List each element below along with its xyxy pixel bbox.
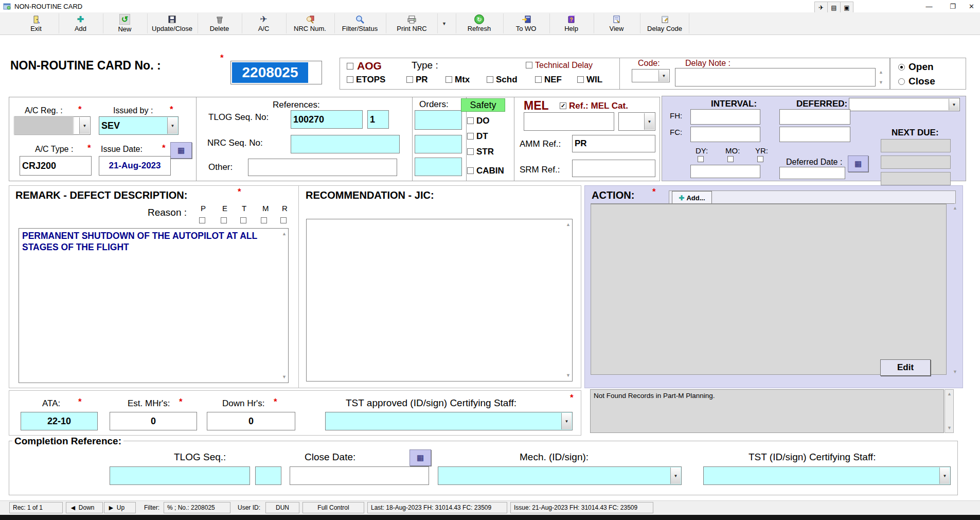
- pr-checkbox[interactable]: [406, 76, 413, 83]
- orders-field-3[interactable]: [415, 158, 462, 176]
- interval-dmy-field[interactable]: [690, 165, 760, 178]
- minimize-button[interactable]: —: [919, 0, 939, 12]
- deferred-date-calendar-button[interactable]: ▦: [848, 155, 868, 172]
- mel-ref-field[interactable]: [524, 112, 614, 131]
- mel-cat-select[interactable]: ▼: [618, 112, 655, 131]
- chevron-down-icon[interactable]: ▼: [658, 70, 669, 81]
- interval-fc-field[interactable]: [690, 127, 760, 142]
- deferred-fc-field[interactable]: [779, 127, 850, 142]
- action-edit-button[interactable]: Edit: [880, 359, 931, 376]
- aircraft-tool-icon[interactable]: ✈: [814, 2, 828, 13]
- scroll-up-icon[interactable]: ▲: [282, 232, 287, 236]
- amm-ref-field[interactable]: PR: [572, 135, 655, 152]
- maximize-button[interactable]: ❐: [942, 0, 963, 12]
- recommendation-textarea[interactable]: ▲ ▼: [306, 219, 573, 382]
- safety-str-checkbox[interactable]: [467, 148, 474, 155]
- technical-delay-checkbox[interactable]: [526, 62, 532, 68]
- ata-field[interactable]: 22-10: [21, 412, 98, 430]
- nef-checkbox[interactable]: [535, 76, 542, 83]
- completion-tlog-field[interactable]: [110, 466, 250, 485]
- help-button[interactable]: ? Help: [549, 13, 593, 33]
- close-date-calendar-button[interactable]: ▦: [409, 449, 431, 466]
- safety-dt-checkbox[interactable]: [467, 133, 474, 140]
- chevron-down-icon[interactable]: ▼: [167, 117, 177, 134]
- scroll-up-icon[interactable]: ▲: [566, 222, 571, 227]
- close-date-field[interactable]: [290, 466, 429, 485]
- scroll-down-icon[interactable]: ▼: [947, 426, 952, 430]
- view-button[interactable]: View: [594, 13, 639, 33]
- scroll-up-icon[interactable]: ▲: [953, 206, 957, 211]
- close-radio[interactable]: [898, 78, 905, 85]
- etops-checkbox[interactable]: [347, 76, 353, 83]
- nrc-seq-field[interactable]: [291, 135, 400, 153]
- mo-checkbox[interactable]: [727, 156, 734, 162]
- chevron-down-icon[interactable]: ▼: [939, 467, 950, 484]
- tlog-seq2-field[interactable]: 1: [367, 110, 389, 129]
- deferred-date-field[interactable]: [779, 167, 845, 179]
- scroll-up-icon[interactable]: ▲: [947, 392, 952, 396]
- delay-code-button[interactable]: Delay Code: [640, 13, 689, 33]
- action-content-area[interactable]: [591, 204, 947, 375]
- scroll-down-icon[interactable]: ▼: [879, 80, 883, 85]
- other-ref-field[interactable]: [248, 159, 397, 176]
- reason-m-checkbox[interactable]: [261, 217, 267, 223]
- nav-up-button[interactable]: ► Up: [104, 502, 136, 513]
- print-nrc-button[interactable]: Print NRC: [386, 13, 437, 33]
- aircraft-button[interactable]: ✈ A/C: [242, 13, 285, 33]
- delete-button[interactable]: Delete: [198, 13, 241, 33]
- reason-r-checkbox[interactable]: [280, 217, 287, 223]
- aog-checkbox[interactable]: [347, 63, 353, 70]
- remark-textarea[interactable]: PERMANENT SHUTDOWN OF THE AUTOPILOT AT A…: [19, 228, 289, 383]
- issue-date-field[interactable]: 21-Aug-2023: [99, 156, 171, 176]
- chevron-down-icon[interactable]: ▼: [561, 413, 572, 429]
- reason-p-checkbox[interactable]: [199, 217, 205, 223]
- mel-ref-checkbox[interactable]: [560, 102, 566, 109]
- new-card-tool-icon[interactable]: ▣: [840, 2, 853, 13]
- chevron-down-icon[interactable]: ▼: [644, 113, 654, 130]
- tlog-seq-field[interactable]: 100270: [291, 110, 363, 129]
- to-wo-button[interactable]: To WO: [503, 13, 548, 33]
- action-add-button[interactable]: ✚ Add...: [672, 191, 712, 204]
- scroll-down-icon[interactable]: ▼: [953, 370, 957, 374]
- clipboard-tool-icon[interactable]: ▤: [827, 2, 841, 13]
- chevron-down-icon[interactable]: ▼: [670, 467, 681, 484]
- tst-approved-select[interactable]: ▼: [325, 412, 573, 430]
- safety-cabin-checkbox[interactable]: [467, 167, 474, 174]
- srm-ref-field[interactable]: [572, 160, 655, 177]
- issue-date-calendar-button[interactable]: ▦: [170, 142, 192, 159]
- est-mhrs-field[interactable]: 0: [110, 412, 197, 430]
- dy-checkbox[interactable]: [698, 156, 704, 162]
- mech-select[interactable]: ▼: [438, 466, 682, 485]
- mtx-checkbox[interactable]: [446, 76, 452, 83]
- delay-note-input[interactable]: [675, 68, 876, 86]
- new-button[interactable]: ↺ New: [103, 13, 146, 33]
- scroll-down-icon[interactable]: ▼: [282, 375, 287, 379]
- nrc-num-button[interactable]: NRC Num.: [286, 13, 333, 33]
- ac-type-field[interactable]: CRJ200: [20, 156, 92, 176]
- orders-field-2[interactable]: [415, 135, 462, 153]
- chevron-down-icon[interactable]: ▼: [949, 99, 959, 110]
- orders-field-1[interactable]: [415, 110, 462, 130]
- nav-down-button[interactable]: ◄ Down: [66, 502, 103, 513]
- chevron-down-icon[interactable]: ▼: [79, 117, 90, 134]
- completion-tlog-seq2-field[interactable]: [255, 466, 281, 485]
- wil-checkbox[interactable]: [577, 76, 584, 83]
- refresh-button[interactable]: ↻ Refresh: [456, 13, 502, 33]
- interval-fh-field[interactable]: [690, 109, 760, 125]
- reason-t-checkbox[interactable]: [240, 217, 246, 223]
- yr-checkbox[interactable]: [757, 156, 763, 162]
- schd-checkbox[interactable]: [487, 76, 493, 83]
- card-number-field[interactable]: 2208025: [230, 61, 322, 84]
- scroll-down-icon[interactable]: ▼: [566, 373, 571, 378]
- down-hrs-field[interactable]: 0: [207, 412, 295, 430]
- completion-tst-select[interactable]: ▼: [703, 466, 951, 485]
- scroll-up-icon[interactable]: ▲: [879, 70, 883, 75]
- update-close-button[interactable]: Update/Close: [147, 13, 197, 33]
- open-radio[interactable]: [898, 64, 905, 71]
- close-button[interactable]: ✕: [963, 0, 980, 12]
- partm-scrollbar[interactable]: ▲ ▼: [945, 389, 954, 433]
- delay-code-select[interactable]: ▼: [632, 69, 670, 82]
- add-button[interactable]: ✚ Add: [59, 13, 102, 33]
- print-nrc-dropdown[interactable]: ▼: [437, 13, 451, 33]
- exit-button[interactable]: Exit: [14, 13, 58, 33]
